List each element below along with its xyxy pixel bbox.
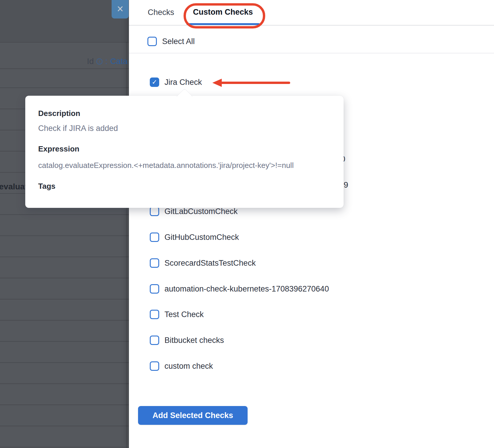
id-value-fragment: Cata bbox=[110, 57, 127, 66]
check-label: GitLabCustomCheck bbox=[164, 207, 238, 216]
check-label: GitHubCustomCheck bbox=[164, 233, 239, 242]
checkmark-icon: ✓ bbox=[152, 79, 157, 85]
background-table-row-line bbox=[0, 320, 129, 321]
check-row-github[interactable]: GitHubCustomCheck bbox=[150, 233, 239, 242]
tab-bar-divider bbox=[129, 25, 494, 26]
check-row-jira[interactable]: ✓ Jira Check bbox=[150, 78, 202, 87]
select-all-row[interactable]: Select All bbox=[147, 37, 195, 46]
background-table-row-line bbox=[0, 426, 129, 426]
close-icon: × bbox=[117, 3, 123, 14]
background-table-row-line bbox=[0, 405, 129, 405]
bitbucket-check-checkbox[interactable] bbox=[150, 336, 159, 345]
background-table-row-line bbox=[0, 235, 129, 236]
background-table-row-line bbox=[0, 257, 129, 257]
tooltip-expression-text: catalog.evaluateExpression.<+metadata.an… bbox=[38, 161, 294, 170]
background-table-header: Id i : Cata bbox=[87, 57, 127, 66]
select-all-label: Select All bbox=[162, 37, 195, 46]
custom-check-checkbox[interactable] bbox=[150, 361, 159, 371]
scorecardstats-check-checkbox[interactable] bbox=[150, 258, 159, 268]
gitlab-check-checkbox[interactable] bbox=[150, 207, 159, 216]
background-table-row-line bbox=[0, 214, 129, 215]
check-label: Bitbucket checks bbox=[164, 336, 224, 345]
obscured-row-fragment: 9 bbox=[344, 181, 348, 189]
check-row-custom-check[interactable]: custom check bbox=[150, 361, 213, 371]
add-selected-checks-button[interactable]: Add Selected Checks bbox=[138, 406, 248, 425]
tooltip-description-text: Check if JIRA is added bbox=[38, 124, 118, 133]
tab-checks[interactable]: Checks bbox=[148, 8, 174, 17]
check-label: Jira Check bbox=[164, 78, 202, 87]
jira-check-tooltip: Description Check if JIRA is added Expre… bbox=[25, 96, 344, 208]
check-label: automation-check-kubernetes-170839627064… bbox=[164, 284, 329, 294]
check-label: Test Check bbox=[164, 310, 204, 319]
background-table-row-line bbox=[0, 341, 129, 342]
check-row-automation-kubernetes[interactable]: automation-check-kubernetes-170839627064… bbox=[150, 284, 329, 294]
background-table-row-line bbox=[0, 68, 129, 69]
background-table-row-line bbox=[0, 362, 129, 363]
background-cell-fragment: evaluat bbox=[0, 182, 28, 191]
background-table-row-line bbox=[0, 299, 129, 299]
background-table-row-line bbox=[0, 447, 129, 447]
background-table-row-line bbox=[0, 278, 129, 278]
github-check-checkbox[interactable] bbox=[150, 233, 159, 242]
background-table-header-band bbox=[0, 0, 129, 42]
jira-check-checkbox[interactable]: ✓ bbox=[150, 78, 159, 87]
check-row-scorecardstats[interactable]: ScorecardStatsTestCheck bbox=[150, 258, 256, 268]
id-column-label: Id bbox=[87, 57, 94, 66]
id-separator: : bbox=[105, 57, 107, 66]
select-all-divider bbox=[129, 53, 494, 53]
check-row-test-check[interactable]: Test Check bbox=[150, 310, 204, 319]
tooltip-description-heading: Description bbox=[38, 109, 80, 118]
tooltip-tags-heading: Tags bbox=[38, 182, 56, 191]
checks-side-panel: Checks Custom Checks Select All ✓ Jira C… bbox=[129, 0, 494, 448]
tab-custom-checks[interactable]: Custom Checks bbox=[193, 8, 253, 17]
background-table-row-line bbox=[0, 87, 129, 88]
automation-check-checkbox[interactable] bbox=[150, 284, 159, 294]
dimmed-background: Id i : Cata evaluat bbox=[0, 0, 129, 448]
check-row-gitlab[interactable]: GitLabCustomCheck bbox=[150, 207, 238, 216]
background-table-row-line bbox=[0, 42, 129, 43]
tooltip-expression-heading: Expression bbox=[38, 144, 79, 154]
check-row-bitbucket[interactable]: Bitbucket checks bbox=[150, 336, 224, 345]
info-icon: i bbox=[96, 58, 103, 65]
background-table-row-line bbox=[0, 383, 129, 384]
check-label: ScorecardStatsTestCheck bbox=[164, 259, 256, 268]
close-button[interactable]: × bbox=[112, 0, 129, 18]
test-check-checkbox[interactable] bbox=[150, 310, 159, 319]
select-all-checkbox[interactable] bbox=[147, 37, 157, 46]
check-label: custom check bbox=[164, 362, 213, 371]
